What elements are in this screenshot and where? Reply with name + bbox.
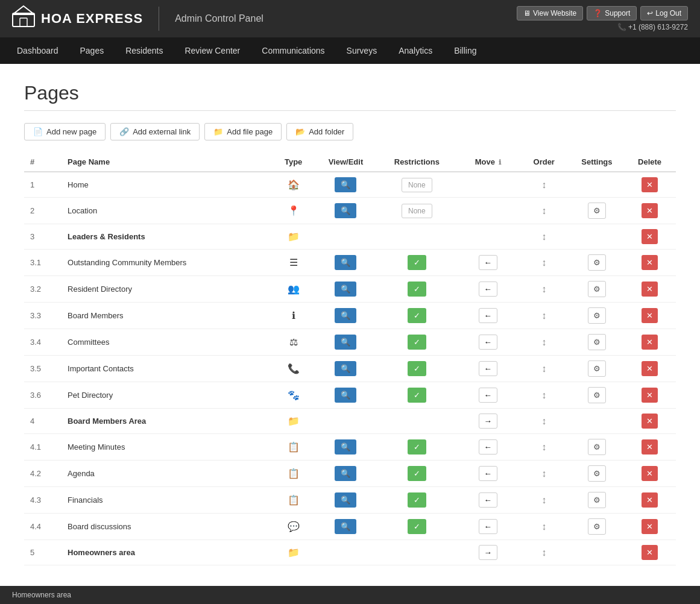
move-left-button[interactable]: ← (479, 255, 497, 270)
settings-button[interactable]: ⚙ (588, 492, 606, 508)
restriction-button[interactable]: ✓ (408, 466, 426, 481)
delete-button[interactable]: ✕ (642, 177, 658, 192)
settings-button[interactable]: ⚙ (588, 254, 606, 271)
move-left-button[interactable]: ← (479, 308, 497, 323)
add-folder-button[interactable]: 📂 Add folder (286, 123, 353, 140)
row-restrictions: None (376, 172, 458, 198)
order-arrows-icon[interactable]: ↕ (541, 231, 546, 242)
move-left-button[interactable]: ← (479, 361, 497, 376)
row-restrictions: ✓ (376, 514, 458, 540)
order-arrows-icon[interactable]: ↕ (541, 468, 546, 479)
delete-button[interactable]: ✕ (642, 255, 658, 270)
delete-button[interactable]: ✕ (642, 282, 658, 297)
delete-button[interactable]: ✕ (642, 545, 658, 560)
support-button[interactable]: ❓ Support (587, 6, 637, 20)
nav-pages[interactable]: Pages (69, 37, 115, 64)
settings-button[interactable]: ⚙ (588, 281, 606, 297)
order-arrows-icon[interactable]: ↕ (541, 206, 546, 216)
view-edit-button[interactable]: 🔍 (335, 335, 356, 350)
add-file-page-button[interactable]: 📁 Add file page (204, 123, 282, 140)
order-arrows-icon[interactable]: ↕ (541, 416, 546, 426)
restriction-button[interactable]: ✓ (408, 361, 426, 376)
nav-review-center[interactable]: Review Center (174, 37, 251, 64)
order-arrows-icon[interactable]: ↕ (541, 547, 546, 558)
delete-button[interactable]: ✕ (642, 439, 658, 455)
settings-button[interactable]: ⚙ (588, 334, 606, 350)
nav-communications[interactable]: Communications (251, 37, 335, 64)
order-arrows-icon[interactable]: ↕ (541, 521, 546, 532)
view-edit-button[interactable]: 🔍 (335, 255, 356, 270)
delete-button[interactable]: ✕ (642, 361, 658, 376)
settings-button[interactable]: ⚙ (588, 518, 606, 535)
delete-button[interactable]: ✕ (642, 414, 658, 429)
nav-billing[interactable]: Billing (443, 37, 487, 64)
move-left-button[interactable]: ← (479, 466, 497, 481)
view-edit-button[interactable]: 🔍 (335, 203, 356, 218)
move-left-button[interactable]: ← (479, 282, 497, 297)
view-edit-button[interactable]: 🔍 (335, 308, 356, 323)
delete-button[interactable]: ✕ (642, 466, 658, 481)
row-delete: ✕ (623, 540, 676, 565)
view-edit-button[interactable]: 🔍 (335, 519, 356, 534)
restriction-button[interactable]: ✓ (408, 439, 426, 455)
view-edit-button[interactable]: 🔍 (335, 492, 356, 508)
order-arrows-icon[interactable]: ↕ (541, 363, 546, 374)
move-left-button[interactable]: ← (479, 519, 497, 534)
restriction-button[interactable]: ✓ (408, 282, 426, 297)
restriction-button[interactable]: ✓ (408, 255, 426, 270)
restriction-button[interactable]: ✓ (408, 492, 426, 508)
view-edit-button[interactable]: 🔍 (335, 388, 356, 403)
settings-button[interactable]: ⚙ (588, 360, 606, 377)
nav-analytics[interactable]: Analytics (388, 37, 443, 64)
delete-button[interactable]: ✕ (642, 388, 658, 403)
move-right-button[interactable]: → (479, 545, 497, 560)
logout-button[interactable]: ↩ Log Out (640, 6, 688, 20)
row-num: 4.4 (24, 514, 61, 540)
order-arrows-icon[interactable]: ↕ (541, 257, 546, 268)
order-arrows-icon[interactable]: ↕ (541, 284, 546, 294)
row-move (458, 198, 518, 224)
delete-button[interactable]: ✕ (642, 492, 658, 508)
move-right-button[interactable]: → (479, 414, 497, 429)
restriction-button[interactable]: ✓ (408, 519, 426, 534)
row-settings (570, 409, 623, 434)
order-arrows-icon[interactable]: ↕ (541, 442, 546, 452)
delete-button[interactable]: ✕ (642, 308, 658, 323)
order-arrows-icon[interactable]: ↕ (541, 390, 546, 400)
view-edit-button[interactable]: 🔍 (335, 466, 356, 481)
view-website-button[interactable]: 🖥 View Website (517, 6, 583, 20)
settings-button[interactable]: ⚙ (588, 307, 606, 324)
settings-button[interactable]: ⚙ (588, 387, 606, 403)
restriction-button[interactable]: ✓ (408, 308, 426, 323)
delete-button[interactable]: ✕ (642, 335, 658, 350)
row-restrictions: ✓ (376, 250, 458, 276)
order-arrows-icon[interactable]: ↕ (541, 337, 546, 347)
delete-button[interactable]: ✕ (642, 519, 658, 534)
delete-button[interactable]: ✕ (642, 229, 658, 244)
order-arrows-icon[interactable]: ↕ (541, 495, 546, 505)
row-order: ↕ (518, 250, 570, 276)
add-external-link-button[interactable]: 🔗 Add external link (110, 123, 200, 140)
delete-button[interactable]: ✕ (642, 203, 658, 218)
view-edit-button[interactable]: 🔍 (335, 361, 356, 376)
settings-button[interactable]: ⚙ (588, 439, 606, 455)
order-arrows-icon[interactable]: ↕ (541, 310, 546, 321)
row-view-edit (316, 409, 376, 434)
settings-button[interactable]: ⚙ (588, 465, 606, 482)
nav-residents[interactable]: Residents (115, 37, 174, 64)
order-arrows-icon[interactable]: ↕ (541, 180, 546, 190)
view-edit-button[interactable]: 🔍 (335, 177, 356, 192)
nav-surveys[interactable]: Surveys (336, 37, 388, 64)
move-left-button[interactable]: ← (479, 388, 497, 403)
move-left-button[interactable]: ← (479, 439, 497, 455)
move-left-button[interactable]: ← (479, 335, 497, 350)
add-new-page-button[interactable]: 📄 Add new page (24, 123, 106, 140)
view-edit-button[interactable]: 🔍 (335, 439, 356, 455)
settings-button[interactable]: ⚙ (588, 203, 606, 219)
view-edit-button[interactable]: 🔍 (335, 282, 356, 297)
move-left-button[interactable]: ← (479, 492, 497, 508)
restriction-button[interactable]: ✓ (408, 388, 426, 403)
row-order: ↕ (518, 514, 570, 540)
nav-dashboard[interactable]: Dashboard (6, 37, 69, 64)
restriction-button[interactable]: ✓ (408, 335, 426, 350)
